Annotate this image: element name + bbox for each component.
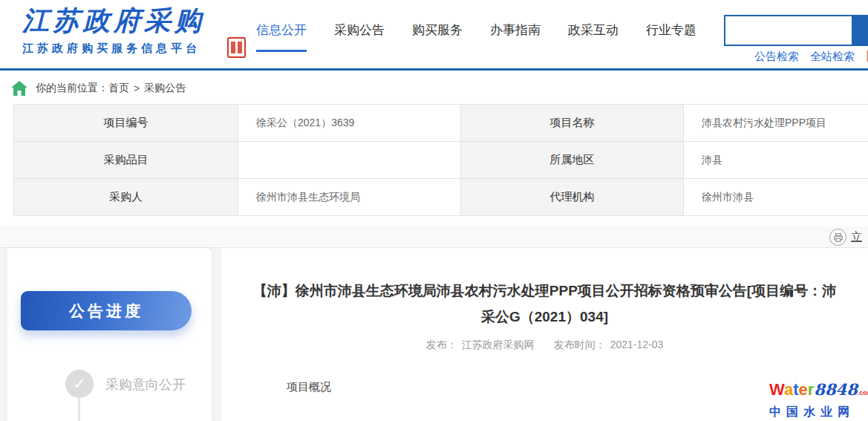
logo-letter: t: [793, 380, 798, 399]
logo-calligraphy-text: 江苏政府采购: [22, 3, 252, 39]
article-title: 【沛】徐州市沛县生态环境局沛县农村污水处理PPP项目公开招标资格预审公告[项目编…: [221, 248, 868, 330]
project-number-value: 徐采公（2021）3639: [238, 105, 461, 142]
table-row: 采购品目 所属地区 沛县: [14, 142, 868, 179]
home-icon: [10, 79, 28, 97]
nav-item-purchase-services[interactable]: 购买服务: [412, 22, 463, 52]
printer-icon[interactable]: [829, 229, 846, 246]
breadcrumb-current[interactable]: 采购公告: [144, 82, 186, 95]
project-info-table: 项目编号 徐采公（2021）3639 项目名称 沛县农村污水处理PPP项目 采购…: [13, 104, 868, 216]
publisher: 江苏政府采购网: [462, 339, 535, 350]
toolbar-right: 立: [829, 229, 862, 246]
site-header: 江苏政府采购 江苏政府购买服务信息平台 信息公开 采购公告 购买服务 办事指南 …: [0, 0, 868, 71]
logo-subtitle: 江苏政府购买服务信息平台: [22, 42, 252, 56]
logo-letter: a: [784, 380, 793, 399]
progress-title-button[interactable]: 公告进度: [21, 291, 192, 330]
timeline-connector: [78, 398, 80, 421]
purchaser-value: 徐州市沛县生态环境局: [238, 179, 461, 216]
nav-item-industry-topics[interactable]: 行业专题: [646, 22, 696, 52]
table-row: 项目编号 徐采公（2021）3639 项目名称 沛县农村污水处理PPP项目: [14, 105, 868, 142]
publish-label: 发布：: [426, 339, 457, 350]
region-label: 所属地区: [461, 142, 684, 179]
project-number-label: 项目编号: [14, 105, 238, 142]
publish-info: 发布：江苏政府采购网发布时间：2021-12-03: [221, 339, 868, 352]
agency-label: 代理机构: [461, 179, 684, 216]
breadcrumb: 你的当前位置： 首页 > 采购公告: [0, 73, 868, 104]
search-button[interactable]: [853, 15, 868, 46]
publish-time: 2021-12-03: [610, 339, 664, 350]
search-area: [724, 15, 853, 46]
nav-item-service-guide[interactable]: 办事指南: [490, 22, 541, 52]
logo-tld: .com: [858, 389, 868, 396]
publish-time-label: 发布时间：: [554, 339, 606, 350]
procurement-category-value: [238, 142, 461, 179]
site-search-link[interactable]: 全站检索: [810, 50, 855, 64]
water8848-wordmark: Water8848.com: [769, 381, 864, 402]
nav-item-info-disclosure[interactable]: 信息公开: [256, 22, 307, 52]
logo-letter: W: [769, 380, 784, 399]
project-name-value: 沛县农村污水处理PPP项目: [684, 105, 868, 142]
breadcrumb-prefix: 你的当前位置：: [36, 82, 108, 95]
print-link[interactable]: 立: [851, 230, 862, 244]
nav-item-interaction[interactable]: 政采互动: [568, 22, 619, 52]
breadcrumb-home-link[interactable]: 首页: [108, 82, 129, 95]
table-row: 采购人 徐州市沛县生态环境局 代理机构 徐州市沛县: [14, 179, 868, 216]
seal-stamp-icon: [227, 37, 246, 58]
procurement-category-label: 采购品目: [14, 142, 238, 179]
purchaser-label: 采购人: [14, 179, 238, 216]
site-logo[interactable]: 江苏政府采购 江苏政府购买服务信息平台: [22, 3, 252, 56]
check-circle-icon: ✓: [65, 370, 94, 398]
article-toolbar: 立: [0, 226, 868, 248]
search-links: 公告检索 全站检索 旧版: [754, 50, 868, 64]
agency-value: 徐州市沛县: [684, 179, 868, 216]
main-nav: 信息公开 采购公告 购买服务 办事指南 政采互动 行业专题: [256, 22, 696, 52]
breadcrumb-separator: >: [134, 82, 140, 94]
water8848-subtitle: 中国水业网: [769, 405, 864, 420]
nav-item-procurement-announcements[interactable]: 采购公告: [334, 22, 385, 52]
project-name-label: 项目名称: [461, 105, 684, 142]
announcement-search-link[interactable]: 公告检索: [754, 50, 799, 64]
logo-number: 8848: [814, 380, 857, 399]
water8848-logo: Water8848.com 中国水业网: [763, 377, 868, 421]
region-value: 沛县: [684, 142, 868, 179]
search-input[interactable]: [724, 15, 853, 46]
logo-letter: e: [799, 380, 808, 399]
timeline-step-intent-disclosure[interactable]: 采购意向公开: [105, 376, 186, 394]
announcement-progress-sidebar: 公告进度 ✓ 采购意向公开: [7, 248, 212, 421]
